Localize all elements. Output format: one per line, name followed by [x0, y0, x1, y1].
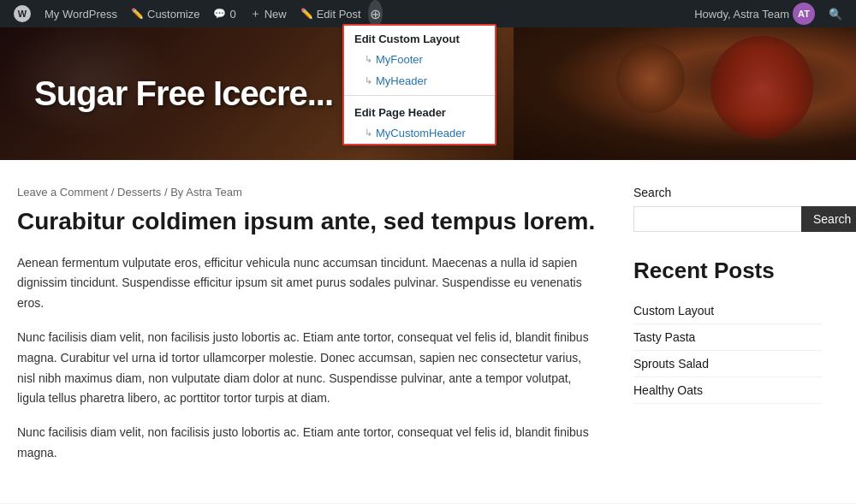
admin-bar-right: Howdy, Astra Team AT 🔍 — [687, 3, 849, 25]
edit-post-label: Edit Post — [317, 8, 361, 21]
recent-post-link[interactable]: Tasty Pasta — [633, 330, 695, 344]
list-item: Healthy Oats — [633, 377, 822, 404]
comments-button[interactable]: 💬 0 — [206, 0, 242, 27]
custom-layout-dropdown: Edit Custom Layout ↳ MyFooter ↳ MyHeader… — [342, 24, 496, 145]
dropdown-divider — [344, 95, 495, 96]
comments-count: 0 — [229, 8, 235, 21]
site-name-label: My WordPress — [45, 8, 117, 21]
post-paragraph-1: Aenean fermentum vulputate eros, efficit… — [17, 253, 599, 314]
list-item: Custom Layout — [633, 298, 822, 324]
customize-icon: ✏️ — [131, 8, 144, 20]
my-header-item[interactable]: ↳ MyHeader — [344, 70, 495, 92]
howdy-label: Howdy, Astra Team — [694, 8, 789, 21]
site-body: Leave a Comment / Desserts / By Astra Te… — [0, 160, 856, 503]
arrow-icon: ↳ — [365, 54, 372, 65]
post-title: Curabitur coldimen ipsum ante, sed tempu… — [17, 207, 599, 236]
my-footer-item[interactable]: ↳ MyFooter — [344, 49, 495, 70]
customize-label: Customize — [147, 8, 199, 21]
search-button[interactable]: Search — [801, 206, 856, 232]
main-content: Leave a Comment / Desserts / By Astra Te… — [17, 186, 599, 477]
plus-icon: ＋ — [250, 6, 261, 21]
search-row: Search — [633, 206, 822, 232]
recent-posts-widget: Recent Posts Custom LayoutTasty PastaSpr… — [633, 258, 822, 404]
post-paragraph-3: Nunc facilisis diam velit, non facilisis… — [17, 423, 599, 464]
my-custom-header-item[interactable]: ↳ MyCustomHeader — [344, 122, 495, 144]
arrow-icon-3: ↳ — [365, 127, 372, 139]
search-admin-icon: 🔍 — [829, 8, 842, 21]
wp-logo-icon: W — [14, 5, 31, 22]
decorative-blob-1 — [0, 27, 171, 139]
content-wrapper: Leave a Comment / Desserts / By Astra Te… — [0, 160, 856, 503]
hero-food-element-1 — [710, 36, 813, 139]
list-item: Tasty Pasta — [633, 324, 822, 351]
recent-post-link[interactable]: Custom Layout — [633, 304, 714, 317]
edit-icon: ✏️ — [300, 8, 313, 20]
recent-posts-title: Recent Posts — [633, 258, 822, 284]
sidebar: Search Search Recent Posts Custom Layout… — [633, 186, 822, 477]
edit-page-header-item[interactable]: Edit Page Header — [344, 99, 495, 122]
hero-food-element-2 — [616, 44, 685, 113]
wp-logo-button[interactable]: W — [7, 0, 38, 27]
my-header-label: MyHeader — [376, 74, 427, 87]
howdy-button[interactable]: Howdy, Astra Team AT — [687, 3, 822, 25]
post-meta: Leave a Comment / Desserts / By Astra Te… — [17, 186, 599, 199]
post-body: Aenean fermentum vulputate eros, efficit… — [17, 253, 599, 464]
list-item: Sprouts Salad — [633, 351, 822, 377]
avatar: AT — [793, 3, 815, 25]
post-meta-text: Leave a Comment / Desserts / By Astra Te… — [17, 186, 242, 199]
search-widget-label: Search — [633, 186, 822, 199]
my-footer-label: MyFooter — [376, 53, 423, 66]
new-label: New — [265, 8, 287, 21]
search-widget: Search Search — [633, 186, 822, 232]
new-button[interactable]: ＋ New — [243, 0, 294, 27]
arrow-icon-2: ↳ — [365, 75, 372, 86]
search-admin-button[interactable]: 🔍 — [822, 8, 849, 21]
recent-posts-list: Custom LayoutTasty PastaSprouts SaladHea… — [633, 298, 822, 404]
recent-post-link[interactable]: Sprouts Salad — [633, 357, 709, 371]
my-custom-header-label: MyCustomHeader — [376, 127, 466, 139]
customize-button[interactable]: ✏️ Customize — [124, 0, 206, 27]
custom-layout-icon: ⊕ — [370, 6, 381, 22]
site-name-button[interactable]: My WordPress — [38, 0, 124, 27]
comments-icon: 💬 — [213, 8, 226, 20]
search-input[interactable] — [633, 206, 801, 232]
admin-bar: W My WordPress ✏️ Customize 💬 0 ＋ New ✏️… — [0, 0, 856, 27]
edit-custom-layout-item[interactable]: Edit Custom Layout — [344, 26, 495, 49]
recent-post-link[interactable]: Healthy Oats — [633, 383, 703, 397]
post-paragraph-2: Nunc facilisis diam velit, non facilisis… — [17, 328, 599, 409]
